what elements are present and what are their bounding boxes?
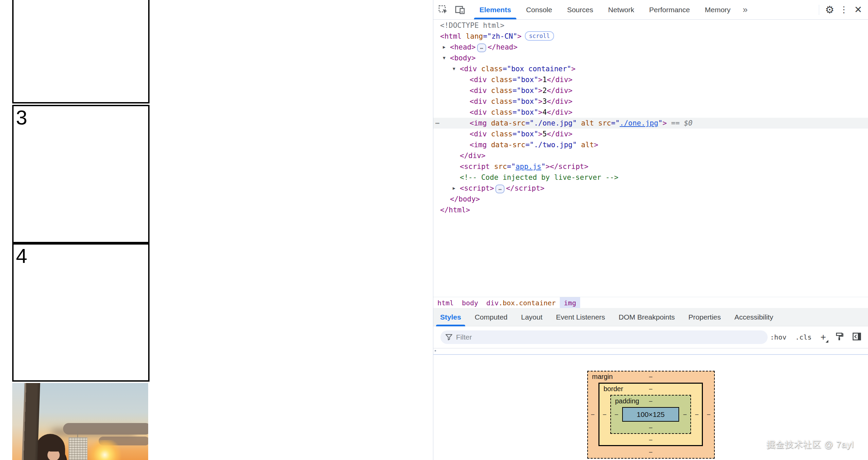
- code-line[interactable]: ▶<script>…</script>: [433, 183, 868, 194]
- toggle-device-toolbar-icon[interactable]: [454, 4, 466, 16]
- code-lines: <!DOCTYPE html><html lang="zh-CN">scroll…: [433, 20, 868, 215]
- code-token: </html>: [440, 206, 470, 214]
- code-line[interactable]: </body>: [433, 194, 868, 205]
- code-token: class: [477, 65, 503, 73]
- more-tabs-icon[interactable]: »: [738, 4, 752, 15]
- code-token: <body>: [450, 54, 476, 62]
- code-line[interactable]: <!-- Code injected by live-server -->: [433, 172, 868, 183]
- element-classes-button[interactable]: .cls: [795, 333, 811, 341]
- tab-sources[interactable]: Sources: [559, 0, 600, 19]
- scroll-badge[interactable]: scroll: [525, 31, 554, 41]
- customize-menu-icon[interactable]: ⋮: [837, 3, 851, 17]
- margin-right-value[interactable]: −: [707, 411, 711, 419]
- code-line[interactable]: ▼<div class="box container">: [433, 63, 868, 74]
- expand-arrow-icon[interactable]: ▶: [453, 183, 455, 194]
- page-box-2: [12, 0, 150, 103]
- code-token: </div>: [547, 130, 573, 138]
- margin-top-value[interactable]: −: [649, 373, 653, 381]
- code-line[interactable]: ⋯<img data-src="./one.jpg" alt src="./on…: [433, 118, 868, 129]
- breadcrumb-body[interactable]: body: [458, 297, 482, 308]
- tab-styles[interactable]: Styles: [433, 308, 468, 326]
- padding-bottom-value[interactable]: −: [649, 424, 653, 432]
- collapse-arrow-icon[interactable]: ▼: [453, 63, 455, 74]
- tab-label: Styles: [440, 313, 461, 321]
- tab-properties[interactable]: Properties: [682, 308, 728, 326]
- tab-label: Network: [608, 6, 634, 14]
- code-line[interactable]: <div class="box">5</div>: [433, 129, 868, 139]
- breadcrumb-img[interactable]: img: [560, 297, 580, 308]
- tab-event-listeners[interactable]: Event Listeners: [549, 308, 612, 326]
- padding-left-value[interactable]: −: [614, 411, 618, 419]
- tab-accessibility[interactable]: Accessibility: [728, 308, 780, 326]
- page-box-3: 3: [12, 105, 150, 243]
- code-line[interactable]: <div class="box">4</div>: [433, 107, 868, 118]
- code-token: 5: [542, 130, 547, 138]
- box-model-content-box[interactable]: 100×125: [622, 407, 679, 422]
- border-top-value[interactable]: −: [649, 385, 653, 393]
- code-line[interactable]: <html lang="zh-CN">scroll: [433, 31, 868, 42]
- tab-network[interactable]: Network: [600, 0, 642, 19]
- tab-layout[interactable]: Layout: [514, 308, 549, 326]
- border-left-value[interactable]: −: [603, 411, 607, 419]
- inline-expand-button[interactable]: …: [477, 43, 486, 52]
- code-token: <div: [470, 87, 487, 95]
- collapse-arrow-icon[interactable]: ▼: [443, 53, 446, 63]
- code-token: ="./two.jpg": [525, 141, 577, 149]
- code-line[interactable]: ▶<head>…</head>: [433, 42, 868, 53]
- toggle-sidebar-icon[interactable]: [852, 332, 861, 342]
- border-label: border: [604, 385, 623, 393]
- devtools-toolbar: Elements Console Sources Network Perform…: [433, 0, 868, 20]
- code-line[interactable]: </div>: [433, 150, 868, 161]
- tab-computed[interactable]: Computed: [468, 308, 514, 326]
- new-style-rule-button[interactable]: +: [821, 332, 826, 342]
- settings-gear-icon[interactable]: ⚙: [823, 3, 837, 17]
- tab-performance[interactable]: Performance: [642, 0, 697, 19]
- code-line[interactable]: <div class="box">1</div>: [433, 74, 868, 85]
- breadcrumb-div-box-container[interactable]: div.box.container: [482, 297, 560, 308]
- code-token: ></script>: [546, 162, 588, 171]
- breadcrumb-label: html: [437, 299, 454, 307]
- code-token: ="./one.jpg": [525, 119, 577, 127]
- devtools-tab-bar: Elements Console Sources Network Perform…: [472, 0, 752, 19]
- code-token: class: [487, 76, 513, 84]
- breadcrumb-label: body: [462, 299, 478, 307]
- toggle-hover-state-button[interactable]: :hov: [770, 333, 786, 341]
- toolbar-right-controls: ⚙ ⋮ ✕: [815, 0, 868, 19]
- code-token: <div: [470, 108, 487, 116]
- breadcrumb-html[interactable]: html: [433, 297, 458, 308]
- watermark: 掘金技术社区 @ 7ayl: [766, 439, 854, 451]
- close-devtools-icon[interactable]: ✕: [851, 3, 865, 17]
- code-token: src: [490, 162, 507, 171]
- inspect-element-icon[interactable]: [437, 4, 449, 16]
- tab-memory[interactable]: Memory: [697, 0, 738, 19]
- code-token: </div>: [547, 76, 573, 84]
- code-token: ="box": [512, 97, 538, 106]
- filter-placeholder: Filter: [456, 333, 472, 341]
- paint-brush-icon[interactable]: [835, 332, 844, 342]
- tab-label: Sources: [567, 6, 593, 14]
- code-token: lang: [461, 32, 483, 40]
- code-line[interactable]: </html>: [433, 205, 868, 215]
- styles-tab-bar: Styles Computed Layout Event Listeners D…: [433, 308, 868, 326]
- expand-arrow-icon[interactable]: ▶: [443, 42, 446, 53]
- style-filter-input[interactable]: Filter: [440, 330, 768, 344]
- inline-expand-button[interactable]: …: [495, 185, 505, 193]
- tab-elements[interactable]: Elements: [472, 0, 518, 19]
- code-line[interactable]: <!DOCTYPE html>: [433, 20, 868, 31]
- more-actions-icon[interactable]: ⋯: [435, 118, 439, 129]
- tab-console[interactable]: Console: [518, 0, 559, 19]
- border-right-value[interactable]: −: [695, 411, 699, 419]
- code-token: >: [663, 119, 667, 127]
- code-line[interactable]: ▼<body>: [433, 53, 868, 63]
- padding-top-value[interactable]: −: [649, 398, 653, 405]
- border-bottom-value[interactable]: −: [649, 436, 653, 444]
- code-line[interactable]: <div class="box">3</div>: [433, 96, 868, 107]
- tab-dom-breakpoints[interactable]: DOM Breakpoints: [612, 308, 682, 326]
- margin-left-value[interactable]: −: [591, 411, 595, 419]
- code-token: app.js: [515, 162, 541, 171]
- code-line[interactable]: <img data-src="./two.jpg" alt>: [433, 139, 868, 150]
- code-line[interactable]: <script src="app.js"></script>: [433, 161, 868, 172]
- padding-right-value[interactable]: −: [683, 411, 687, 419]
- code-line[interactable]: <div class="box">2</div>: [433, 85, 868, 96]
- margin-bottom-value[interactable]: −: [649, 448, 653, 456]
